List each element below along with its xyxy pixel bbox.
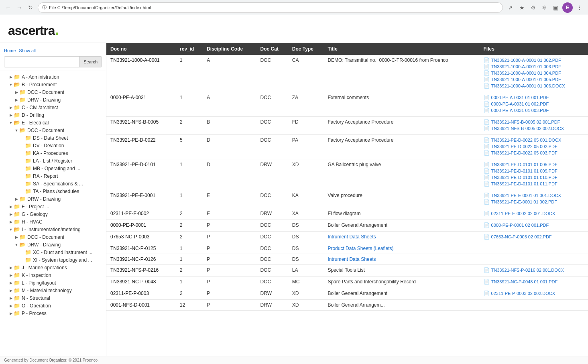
file-link[interactable]: 📄TN33921-PE-D-0101 01 011.PDF: [484, 181, 584, 187]
file-link[interactable]: 📄TN33921-PE-D-0101 01 005.PDF: [484, 162, 584, 167]
cell-doc-cat: DOC: [256, 55, 288, 92]
tree-item-A[interactable]: ▶📁A - Administration: [0, 73, 106, 81]
tree-item-P[interactable]: ▶📁P - Process: [0, 309, 106, 317]
col-disc-code: Discipline Code: [203, 43, 256, 55]
tree-item-E-DOC-TA[interactable]: 📁TA - Plans /schedules: [0, 187, 106, 195]
file-link[interactable]: 📄TN33921-1000-A-0001 01 003.PDF: [484, 64, 584, 69]
tree-item-E-DRW[interactable]: ▶📁DRW - Drawing: [0, 195, 106, 203]
tree-item-E-DOC-DS[interactable]: 📁DS - Data Sheet: [0, 134, 106, 142]
file-link[interactable]: 📄TN33921-NFS-B-0005 02 001.PDF: [484, 119, 584, 125]
file-link[interactable]: 📄TN33921-1000-A-0001 01 002.PDF: [484, 57, 584, 63]
tree-item-I-DRW-XC[interactable]: 📁XC - Duct and instrument ...: [0, 248, 106, 256]
cell-disc-code: P: [203, 254, 256, 265]
title-link[interactable]: Intrument Data Sheets: [328, 256, 376, 262]
tree-item-N[interactable]: ▶📁N - Structural: [0, 294, 106, 302]
file-link[interactable]: 📄0000-PE-A-0031 01 001.PDF: [484, 95, 584, 100]
cell-doc-cat: DRW: [256, 159, 288, 190]
tree-item-I[interactable]: ▼📂I - Instrumentation/metering: [0, 226, 106, 233]
tree-item-E-DOC-RA[interactable]: 📁RA - Report: [0, 172, 106, 180]
file-link[interactable]: 📄TN33921-PE-D-0101 01 010.PDF: [484, 175, 584, 180]
cell-doc-cat: DOC: [256, 254, 288, 265]
menu-icon[interactable]: ⋮: [575, 3, 584, 12]
tree-item-B[interactable]: ▼📂B - Procurement: [0, 81, 106, 88]
tree-arrow-icon: ▶: [8, 273, 14, 277]
file-link[interactable]: 📄0000-PE-A-0031 01 003.PDF: [484, 108, 584, 113]
tree-item-B-DRW[interactable]: ▶📁DRW - Drawing: [0, 96, 106, 104]
tree-item-D[interactable]: ▶📁D - Drilling: [0, 111, 106, 119]
show-all-link[interactable]: Show all: [19, 48, 36, 53]
file-link[interactable]: 📄TN33921-PE-D-0022 05 002.PDF: [484, 144, 584, 149]
file-link[interactable]: 📄TN33921-PE-D-0022 05 003.PDF: [484, 150, 584, 156]
tree-item-O[interactable]: ▶📁O - Operation: [0, 302, 106, 309]
cell-doc-cat: DOC: [256, 277, 288, 288]
tree-item-B-DOC[interactable]: ▶📁DOC - Document: [0, 88, 106, 96]
reload-button[interactable]: ↻: [26, 4, 35, 12]
cell-doc-type: DS: [288, 220, 324, 232]
extension-icon[interactable]: ⚙: [529, 3, 537, 12]
folder-icon: 📁: [14, 104, 20, 110]
search-input[interactable]: [4, 57, 79, 67]
file-name: TN33921-PE-E-0001 01 001.DOCX: [491, 193, 561, 198]
table-row: TN33921-PE-E-00011EDOCKAValve procedure📄…: [106, 190, 588, 208]
tree-item-E[interactable]: ▼📂E - Electrical: [0, 119, 106, 126]
tree-item-I-DRW-XI[interactable]: 📁XI - System topology and ...: [0, 256, 106, 264]
file-link[interactable]: 📄02311-PE-E-0002 02 001.DOCX: [484, 211, 584, 216]
tree-item-I-DOC[interactable]: ▶📁DOC - Document: [0, 233, 106, 241]
tree-item-C[interactable]: ▶📁C - Civil/architect: [0, 104, 106, 111]
table-row: TN33921-NC-P-00481PDOCMCSpare Parts and …: [106, 277, 588, 288]
file-link[interactable]: 📄0000-PE-A-0031 01 002.PDF: [484, 101, 584, 107]
title-link[interactable]: Product Data Sheets (Leaflets): [328, 246, 393, 251]
docx-icon: 📄: [484, 126, 490, 131]
forward-button[interactable]: →: [15, 4, 23, 12]
tree-item-L[interactable]: ▶📁L - Piping/layout: [0, 279, 106, 287]
cell-disc-code: D: [203, 135, 256, 159]
file-link[interactable]: 📄TN33921-PE-D-0101 01 009.PDF: [484, 168, 584, 174]
file-link[interactable]: 📄TN33921-NFS-B-0005 02 002.DOCX: [484, 126, 584, 131]
file-link[interactable]: 📄07653-NC-P-0003 02 002.PDF: [484, 234, 584, 240]
tree-item-E-DOC-SA[interactable]: 📁SA - Specifications & ...: [0, 180, 106, 187]
folder-icon: 📁: [14, 310, 20, 316]
tree-item-E-DOC-MB[interactable]: 📁MB - Operating and ...: [0, 165, 106, 172]
tree-item-G[interactable]: ▶📁G - Geology: [0, 210, 106, 218]
file-link[interactable]: 📄TN33921-PE-E-0001 01 001.DOCX: [484, 193, 584, 198]
file-link[interactable]: 📄TN33921-NFS-P-0216 02 001.DOCX: [484, 267, 584, 273]
cell-doc-no: 0000-PE-A-0031: [106, 92, 176, 117]
home-link[interactable]: Home: [4, 48, 16, 53]
tree-item-J[interactable]: ▶📁J - Marine operations: [0, 264, 106, 271]
file-link[interactable]: 📄TN33921-NC-P-0048 01 001.PDF: [484, 279, 584, 285]
bookmark-icon[interactable]: ★: [517, 3, 526, 12]
address-bar[interactable]: ⓘ File C:/Temp/DocumentOrganizer/Default…: [38, 2, 503, 13]
title-link[interactable]: Intrument Data Sheets: [328, 234, 376, 240]
tree-item-I-DRW[interactable]: ▼📂DRW - Drawing: [0, 241, 106, 248]
tree-item-label: C - Civil/architect: [22, 105, 58, 110]
file-link[interactable]: 📄TN33921-1000-A-0001 01 005.PDF: [484, 77, 584, 82]
tree-item-E-DOC-DV[interactable]: 📁DV - Deviation: [0, 142, 106, 149]
logo: ascertra.: [8, 21, 580, 39]
cell-doc-no: TN33921-PE-E-0001: [106, 190, 176, 208]
file-link[interactable]: 📄TN33921-PE-D-0022 05 001.DOCX: [484, 137, 584, 143]
file-link[interactable]: 📄0000-PE-P-0001 02 001.PDF: [484, 222, 584, 228]
tree-arrow-icon: ▶: [8, 75, 14, 79]
tree-item-E-DOC-KA[interactable]: 📁KA - Procedures: [0, 149, 106, 157]
pdf-icon: 📄: [484, 119, 490, 125]
tree-item-K[interactable]: ▶📁K - Inspection: [0, 271, 106, 279]
file-name: TN33921-NFS-B-0005 02 001.PDF: [491, 120, 560, 124]
share-icon[interactable]: ➚: [506, 3, 515, 12]
tree-item-F[interactable]: ▶📁F - Project ...: [0, 203, 106, 210]
search-button[interactable]: Search: [79, 57, 102, 67]
puzzle-icon[interactable]: ⚛: [540, 3, 549, 12]
tree: ▶📁A - Administration▼📂B - Procurement▶📁D…: [0, 73, 106, 317]
tree-item-H[interactable]: ▶📁H - HVAC: [0, 218, 106, 226]
file-link[interactable]: 📄TN33921-PE-E-0001 01 002.PDF: [484, 199, 584, 205]
window-icon[interactable]: ▣: [551, 3, 560, 12]
tree-item-M[interactable]: ▶📁M - Material technology: [0, 287, 106, 294]
back-button[interactable]: ←: [4, 4, 12, 12]
file-link[interactable]: 📄02311-PE-P-0003 02 002.DOCX: [484, 291, 584, 296]
tree-item-E-DOC-LA[interactable]: 📁LA - List / Register: [0, 157, 106, 165]
tree-item-E-DOC[interactable]: ▼📂DOC - Document: [0, 126, 106, 134]
file-link[interactable]: 📄TN33921-1000-A-0001 01 004.PDF: [484, 70, 584, 76]
file-link[interactable]: 📄TN33921-1000-A-0001 01 006.DOCX: [484, 83, 584, 89]
profile-button[interactable]: E: [562, 2, 573, 13]
pdf-icon: 📄: [484, 95, 490, 100]
file-name: TN33921-1000-A-0001 01 002.PDF: [491, 58, 561, 63]
